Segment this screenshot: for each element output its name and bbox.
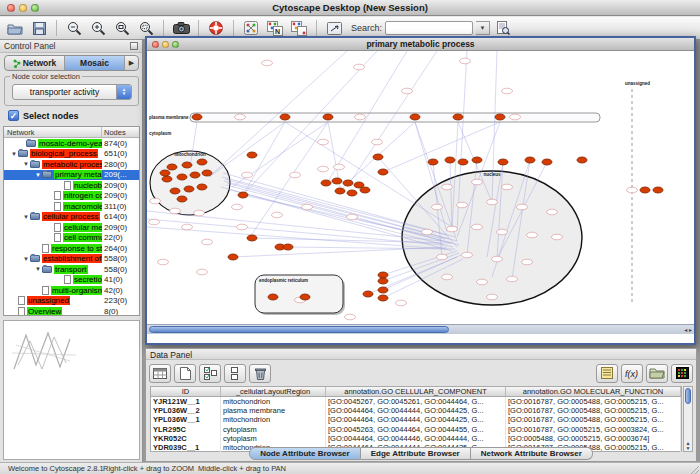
network-node-label[interactable] [232, 204, 243, 210]
network-node-label[interactable] [402, 88, 413, 94]
network-node-label[interactable] [202, 239, 213, 245]
network-node-label[interactable] [492, 256, 503, 262]
tree-row[interactable]: multi-organism pro42(0) [4, 285, 139, 296]
network-node[interactable] [453, 114, 463, 120]
network-node-label[interactable] [442, 274, 453, 280]
network-node[interactable] [228, 254, 238, 260]
network-node-label[interactable] [422, 229, 433, 235]
zoom-out-icon[interactable] [63, 18, 85, 38]
tree-row[interactable]: response to stimulu264(0) [4, 243, 139, 254]
network-node[interactable] [238, 192, 248, 198]
mitochondrion-region[interactable] [150, 151, 230, 215]
save-icon[interactable] [28, 18, 50, 38]
network-node-label[interactable] [334, 164, 345, 170]
network-node[interactable] [283, 244, 293, 250]
heatmap-icon[interactable] [671, 364, 693, 383]
search-input[interactable] [385, 21, 473, 35]
network-node-label[interactable] [194, 210, 205, 216]
network-node[interactable] [190, 172, 200, 178]
help-icon[interactable] [205, 18, 227, 38]
function-builder-icon[interactable]: f(x) [621, 364, 643, 383]
tree-column-network[interactable]: Network [4, 127, 102, 137]
network-node-label[interactable] [552, 234, 563, 240]
network-node[interactable] [347, 190, 357, 196]
select-attributes-icon[interactable] [199, 364, 221, 383]
network-node[interactable] [378, 287, 388, 293]
tree-expand-arrow-icon[interactable]: ▼ [22, 214, 30, 220]
network-node-label[interactable] [372, 139, 383, 145]
network-node-label[interactable] [197, 269, 208, 275]
snapshot-icon[interactable] [170, 18, 192, 38]
network-node-label[interactable] [477, 279, 488, 285]
network-node-label[interactable] [442, 184, 453, 190]
network-node[interactable] [177, 174, 187, 180]
float-panel-icon[interactable] [130, 42, 138, 50]
network-node-label[interactable] [290, 172, 301, 178]
network-node[interactable] [332, 178, 342, 184]
network-node-label[interactable] [302, 204, 313, 210]
network-node[interactable] [495, 114, 505, 120]
zoom-selected-icon[interactable] [111, 18, 133, 38]
network-node-label[interactable] [472, 179, 483, 185]
delete-attribute-icon[interactable] [249, 364, 271, 383]
network-node-label[interactable] [497, 229, 508, 235]
new-network-from-selected-nodes-icon[interactable]: N [264, 18, 286, 38]
network-node[interactable] [378, 278, 388, 284]
network-node[interactable] [378, 169, 388, 175]
network-node-label[interactable] [487, 199, 498, 205]
network-node-label[interactable] [502, 184, 513, 190]
network-node-label[interactable] [472, 224, 483, 230]
network-node-label[interactable] [182, 224, 193, 230]
network-node-label[interactable] [235, 114, 246, 120]
network-node[interactable] [445, 157, 455, 163]
network-node-label[interactable] [432, 204, 443, 210]
network-node[interactable] [280, 114, 290, 120]
table-column-header[interactable]: _cellularLayoutRegion [221, 387, 326, 396]
tree-row[interactable]: macromolecule311(0) [4, 201, 139, 212]
network-node[interactable] [162, 176, 172, 182]
network-node[interactable] [323, 114, 333, 120]
network-node-label[interactable] [627, 187, 638, 193]
network-node[interactable] [184, 186, 194, 192]
network-window-titlebar[interactable]: primary metabolic process [147, 38, 694, 51]
network-node[interactable] [378, 295, 388, 301]
tree-row[interactable]: mosaic-demo-yeast874(0) [4, 138, 139, 149]
network-node[interactable] [498, 159, 508, 165]
network-zoom-icon[interactable] [172, 41, 179, 48]
tree-row[interactable]: ▼cellular process614(0) [4, 212, 139, 223]
table-row[interactable]: YPL036W__2plasma membrane[GO:0044464, GO… [151, 406, 681, 415]
network-node-label[interactable] [460, 58, 471, 64]
select-nodes-checkbox[interactable]: ✓ [8, 110, 19, 121]
network-node-label[interactable] [437, 254, 448, 260]
network-minimize-icon[interactable] [162, 41, 169, 48]
table-column-header[interactable]: annotation.GO CELLULAR_COMPONENT [326, 387, 506, 396]
network-node[interactable] [525, 157, 535, 163]
tree-row[interactable]: unassigned223(0) [4, 296, 139, 307]
canvas-horizontal-scrollbar[interactable]: ◂ ▸ [147, 324, 694, 334]
network-node-label[interactable] [242, 172, 253, 178]
network-node-label[interactable] [457, 202, 468, 208]
network-node-label[interactable] [354, 64, 365, 70]
new-attribute-icon[interactable] [174, 364, 196, 383]
network-node[interactable] [653, 187, 663, 193]
table-vertical-scrollbar[interactable]: ▲▼ [683, 386, 693, 452]
node-color-dropdown[interactable]: transporter activity ▲▼ [12, 84, 132, 100]
network-node[interactable] [202, 170, 212, 176]
tab-overflow-arrow-icon[interactable]: ▶ [125, 56, 138, 70]
network-node-label[interactable] [272, 212, 283, 218]
table-row[interactable]: YKR052Ccytoplasm[GO:0044464, GO:0044446,… [151, 434, 681, 443]
enhanced-search-icon[interactable] [492, 18, 514, 38]
import-attributes-icon[interactable] [646, 364, 668, 383]
network-node[interactable] [268, 294, 278, 300]
table-row[interactable]: YLR295Ccytoplasm[GO:0045263, GO:0044464,… [151, 425, 681, 434]
network-node[interactable] [177, 196, 187, 202]
network-node-label[interactable] [347, 214, 358, 220]
network-node-label[interactable] [170, 208, 181, 214]
tree-row[interactable]: Overview8(0) [4, 306, 139, 316]
network-node[interactable] [182, 162, 192, 168]
network-node[interactable] [378, 272, 388, 278]
network-node[interactable] [410, 114, 420, 120]
network-node-label[interactable] [318, 139, 329, 145]
network-node-label[interactable] [487, 294, 498, 300]
network-node-label[interactable] [237, 224, 248, 230]
